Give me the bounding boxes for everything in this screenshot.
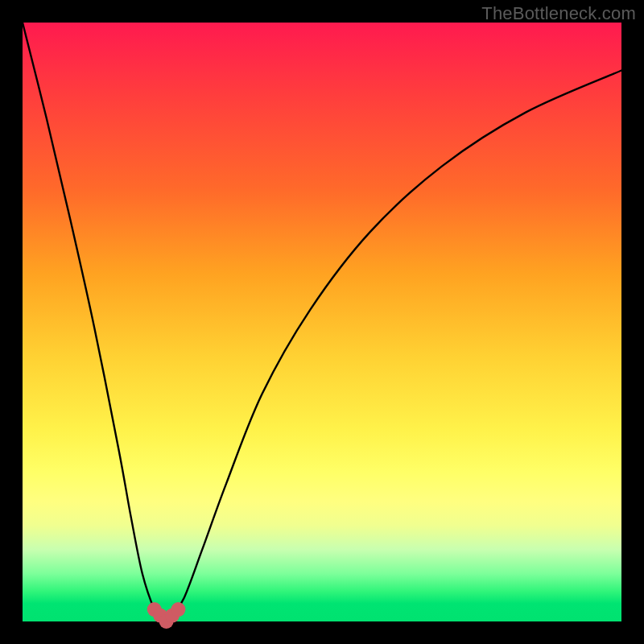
marker-group bbox=[147, 602, 186, 629]
plot-area bbox=[23, 23, 621, 621]
watermark-text: TheBottleneck.com bbox=[481, 3, 636, 24]
chart-frame: TheBottleneck.com bbox=[0, 0, 644, 644]
min-marker bbox=[171, 602, 185, 617]
bottleneck-curve-path bbox=[23, 23, 621, 621]
curve-svg bbox=[23, 23, 621, 621]
